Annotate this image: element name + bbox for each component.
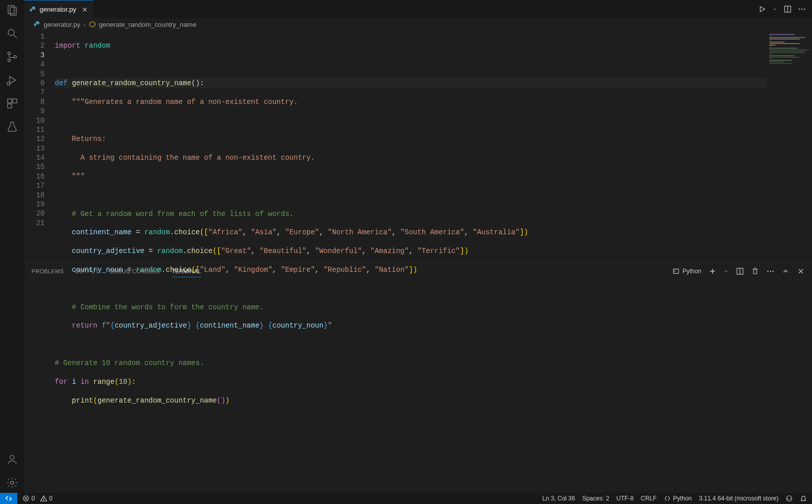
code-area[interactable]: import random def generate_random_countr… [55, 30, 812, 262]
status-encoding[interactable]: UTF-8 [617, 495, 634, 502]
line-number: 9 [24, 106, 45, 116]
svg-marker-16 [760, 7, 765, 12]
tab-generator[interactable]: generator.py [24, 0, 93, 18]
status-feedback-icon[interactable] [786, 495, 793, 502]
svg-point-20 [801, 9, 802, 10]
line-number: 15 [24, 162, 45, 171]
run-icon[interactable] [758, 5, 766, 13]
line-number: 12 [24, 134, 45, 143]
line-number: 8 [24, 97, 45, 106]
extensions-icon[interactable] [6, 97, 18, 110]
chevron-right-icon: › [83, 21, 85, 28]
activity-bar [0, 0, 24, 493]
remote-button[interactable] [0, 493, 17, 504]
error-count: 0 [31, 495, 35, 502]
account-icon[interactable] [6, 453, 18, 465]
svg-marker-22 [89, 22, 95, 27]
line-number: 11 [24, 125, 45, 134]
svg-rect-9 [8, 99, 12, 103]
svg-point-5 [8, 59, 11, 62]
explorer-icon[interactable] [6, 4, 18, 16]
svg-rect-11 [8, 104, 12, 108]
close-icon[interactable] [81, 6, 88, 13]
line-number: 3 [24, 51, 45, 60]
svg-point-19 [799, 9, 800, 10]
line-number: 13 [24, 144, 45, 153]
line-number: 1 [24, 32, 45, 41]
symbol-method-icon [89, 21, 96, 28]
line-number: 10 [24, 116, 45, 125]
code-editor[interactable]: 123456789101112131415161718192021 import… [24, 30, 812, 262]
line-number: 6 [24, 79, 45, 88]
more-icon[interactable] [798, 5, 806, 13]
status-indent[interactable]: Spaces: 2 [582, 495, 609, 502]
search-icon[interactable] [6, 27, 18, 40]
svg-point-39 [43, 500, 44, 500]
python-file-icon [29, 6, 37, 13]
status-interpreter[interactable]: 3.11.4 64-bit (microsoft store) [699, 495, 779, 502]
line-number: 2 [24, 41, 45, 50]
svg-marker-7 [10, 77, 16, 84]
status-bar: 0 0 Ln 3, Col 36 Spaces: 2 UTF-8 CRLF Py… [0, 493, 812, 504]
svg-point-6 [14, 56, 17, 58]
line-number: 14 [24, 153, 45, 162]
breadcrumb[interactable]: generator.py › generate_random_country_n… [24, 18, 812, 30]
line-number: 4 [24, 60, 45, 69]
line-number: 19 [24, 200, 45, 209]
svg-line-3 [14, 35, 17, 38]
line-number: 7 [24, 88, 45, 97]
testing-icon[interactable] [6, 121, 18, 133]
line-number-gutter: 123456789101112131415161718192021 [24, 30, 55, 262]
line-number: 20 [24, 209, 45, 218]
line-number: 16 [24, 172, 45, 181]
svg-point-21 [804, 9, 805, 10]
svg-point-12 [10, 455, 14, 459]
status-problems[interactable]: 0 0 [22, 495, 52, 502]
warning-count: 0 [49, 495, 53, 502]
svg-point-4 [8, 52, 11, 55]
svg-point-40 [787, 496, 792, 501]
line-number: 5 [24, 69, 45, 79]
svg-point-42 [790, 498, 791, 499]
svg-rect-10 [13, 99, 17, 103]
editor-tabs: generator.py [24, 0, 812, 18]
settings-gear-icon[interactable] [6, 477, 18, 489]
status-eol[interactable]: CRLF [641, 495, 657, 502]
svg-point-13 [11, 481, 14, 484]
tab-label: generator.py [40, 6, 76, 13]
status-cursor[interactable]: Ln 3, Col 36 [542, 495, 575, 502]
line-number: 21 [24, 219, 45, 228]
line-number: 18 [24, 191, 45, 200]
svg-point-41 [788, 498, 788, 499]
split-editor-icon[interactable] [784, 5, 792, 13]
breadcrumb-file: generator.py [44, 21, 80, 28]
python-file-icon [33, 21, 41, 28]
chevron-down-icon[interactable] [772, 5, 777, 13]
minimap[interactable] [767, 30, 812, 262]
line-number: 17 [24, 181, 45, 190]
source-control-icon[interactable] [6, 51, 18, 63]
status-bell-icon[interactable] [800, 495, 807, 502]
svg-point-2 [8, 29, 14, 35]
status-language[interactable]: Python [664, 495, 692, 502]
breadcrumb-symbol: generate_random_country_name [99, 21, 196, 28]
run-debug-icon[interactable] [6, 74, 18, 86]
